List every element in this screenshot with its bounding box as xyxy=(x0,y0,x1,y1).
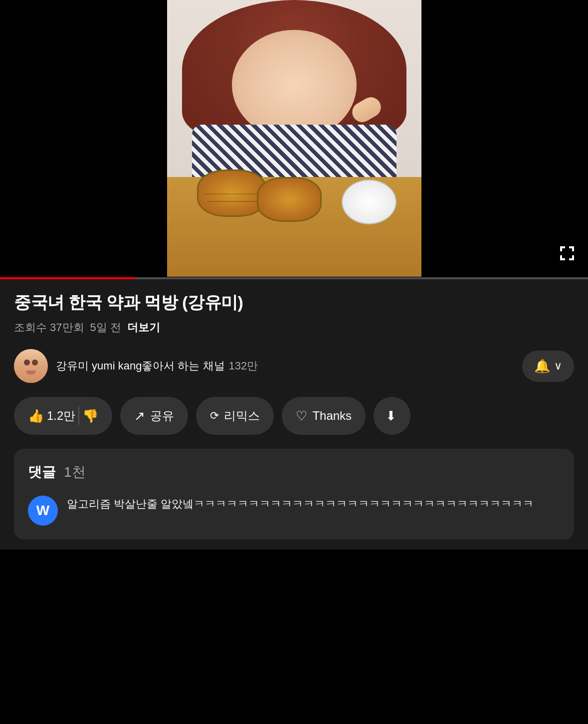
channel-info: 강유미 yumi kang좋아서 하는 채널 132만 xyxy=(56,359,514,373)
like-icon: 👍 xyxy=(28,408,44,424)
like-count: 1.2만 xyxy=(47,408,75,424)
channel-row: 강유미 yumi kang좋아서 하는 채널 132만 🔔 ∨ xyxy=(14,349,574,383)
share-icon: ↗ xyxy=(134,408,145,424)
dislike-icon: 👎 xyxy=(82,408,98,424)
comment-text: 알고리즘 박살난줄 알았넼ㅋㅋㅋㅋㅋㅋㅋㅋㅋㅋㅋㅋㅋㅋㅋㅋㅋㅋㅋㅋㅋㅋㅋㅋㅋㅋㅋ… xyxy=(67,496,560,512)
comments-title: 댓글 xyxy=(28,463,56,482)
share-button[interactable]: ↗ 공유 xyxy=(120,397,188,435)
time-ago: 5일 전 xyxy=(90,320,121,335)
video-meta: 조회수 37만회 5일 전 더보기 xyxy=(14,320,574,335)
remix-label: 리믹스 xyxy=(224,408,260,424)
view-count: 조회수 37만회 xyxy=(14,320,84,335)
download-icon: ⬇ xyxy=(386,408,396,424)
like-dislike-button[interactable]: 👍 1.2만 👎 xyxy=(14,397,112,435)
progress-bar-container[interactable] xyxy=(0,277,588,279)
remix-icon: ⟳ xyxy=(210,409,219,422)
comments-header: 댓글 1천 xyxy=(28,463,560,482)
chevron-down-icon: ∨ xyxy=(554,360,562,372)
action-buttons-row: 👍 1.2만 👎 ↗ 공유 ⟳ 리믹스 ♡ Thanks ⬇ xyxy=(14,397,574,435)
thanks-button[interactable]: ♡ Thanks xyxy=(282,397,366,435)
video-title: 중국녀 한국 약과 먹방 (강유미) xyxy=(14,291,574,313)
button-divider xyxy=(78,407,79,425)
share-label: 공유 xyxy=(150,408,174,424)
channel-name[interactable]: 강유미 yumi kang좋아서 하는 채널 132만 xyxy=(56,359,514,373)
thanks-icon: ♡ xyxy=(296,408,307,424)
comment-item: W 알고리즘 박살난줄 알았넼ㅋㅋㅋㅋㅋㅋㅋㅋㅋㅋㅋㅋㅋㅋㅋㅋㅋㅋㅋㅋㅋㅋㅋㅋㅋ… xyxy=(28,496,560,526)
fullscreen-button[interactable] xyxy=(556,242,578,264)
subscribe-button[interactable]: 🔔 ∨ xyxy=(522,351,574,382)
thanks-label: Thanks xyxy=(312,409,352,423)
download-button[interactable]: ⬇ xyxy=(374,397,410,435)
remix-button[interactable]: ⟳ 리믹스 xyxy=(196,397,274,435)
comments-section: 댓글 1천 W 알고리즘 박살난줄 알았넼ㅋㅋㅋㅋㅋㅋㅋㅋㅋㅋㅋㅋㅋㅋㅋㅋㅋㅋㅋ… xyxy=(14,449,574,540)
fullscreen-icon xyxy=(558,244,576,262)
comment-avatar[interactable]: W xyxy=(28,496,58,526)
progress-bar-fill xyxy=(0,277,135,279)
channel-name-text: 강유미 yumi kang좋아서 하는 채널 xyxy=(56,359,225,373)
avatar-letter: W xyxy=(36,503,49,519)
video-player[interactable] xyxy=(0,0,588,279)
channel-avatar[interactable] xyxy=(14,349,48,383)
subscriber-count: 132만 xyxy=(229,359,258,373)
comments-count: 1천 xyxy=(64,463,86,482)
bell-icon: 🔔 xyxy=(534,359,550,374)
more-button[interactable]: 더보기 xyxy=(127,320,160,335)
video-info-section: 중국녀 한국 약과 먹방 (강유미) 조회수 37만회 5일 전 더보기 강유미… xyxy=(0,279,588,549)
